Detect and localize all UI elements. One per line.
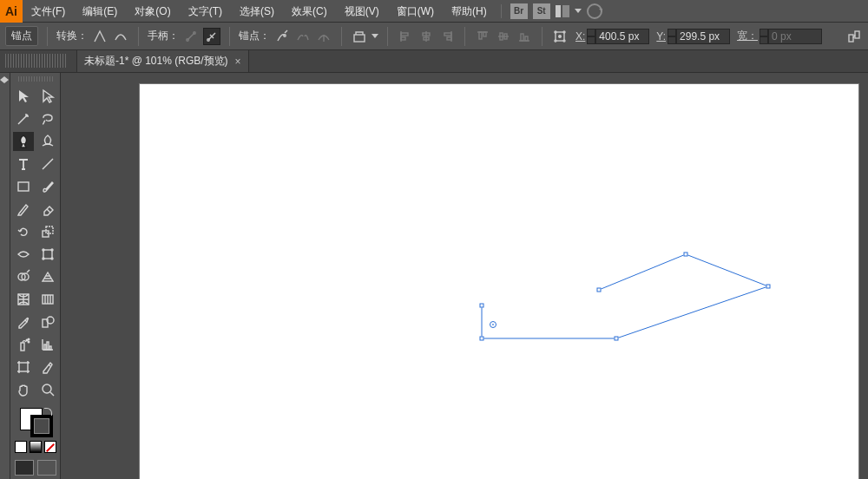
bridge-button[interactable]: Br [510, 3, 528, 19]
remove-anchor-icon[interactable] [273, 28, 291, 45]
y-stepper[interactable] [667, 29, 676, 44]
tool-perspective[interactable] [37, 267, 58, 286]
tool-line[interactable] [37, 154, 58, 174]
convert-corner-icon[interactable] [91, 28, 108, 45]
anchor-point[interactable] [615, 337, 619, 341]
tool-rotate[interactable] [13, 222, 34, 241]
show-handles-icon[interactable] [182, 28, 200, 45]
tool-lasso[interactable] [37, 109, 58, 128]
sync-settings-icon[interactable] [587, 3, 602, 19]
tool-shape-builder[interactable] [13, 267, 34, 286]
menu-view[interactable]: 视图(V) [336, 0, 388, 23]
tool-width[interactable] [13, 245, 34, 264]
x-stepper[interactable] [587, 29, 595, 44]
menu-edit[interactable]: 编辑(E) [74, 0, 126, 23]
menu-select[interactable]: 选择(S) [231, 0, 283, 23]
color-mode-solid[interactable] [15, 441, 27, 453]
tool-artboard[interactable] [13, 358, 34, 377]
convert-smooth-icon[interactable] [112, 28, 129, 45]
tool-panel [10, 73, 61, 479]
y-input[interactable] [676, 29, 730, 44]
align-hcenter-icon[interactable] [418, 28, 435, 45]
tool-selection[interactable] [13, 87, 34, 106]
panel-grip-icon[interactable] [5, 54, 66, 68]
tab-close-button[interactable]: × [235, 56, 241, 68]
x-input[interactable] [595, 29, 649, 44]
isolate-dropdown-icon[interactable] [372, 34, 378, 38]
tool-pencil[interactable] [13, 200, 34, 219]
align-vcenter-icon[interactable] [495, 28, 512, 45]
tool-magic-wand[interactable] [13, 109, 34, 128]
menu-help[interactable]: 帮助(H) [443, 0, 496, 23]
menu-file[interactable]: 文件(F) [23, 0, 74, 23]
menu-window[interactable]: 窗口(W) [388, 0, 443, 23]
screen-mode-normal[interactable] [15, 460, 34, 476]
collapse-rail[interactable] [0, 73, 10, 479]
w-stepper[interactable] [760, 29, 768, 44]
convert-group: 转换： [56, 28, 129, 45]
x-field: X: [574, 29, 649, 44]
svg-rect-11 [479, 32, 482, 39]
tool-zoom[interactable] [37, 380, 58, 399]
svg-rect-5 [401, 33, 408, 36]
cut-path-icon[interactable] [315, 28, 332, 45]
tool-panel-grip-icon[interactable] [18, 76, 53, 82]
tool-free-transform[interactable] [37, 245, 58, 264]
align-top-icon[interactable] [474, 28, 491, 45]
hide-handles-icon[interactable] [203, 28, 220, 45]
svg-point-43 [28, 338, 30, 340]
tool-slice[interactable] [37, 358, 58, 377]
svg-rect-44 [44, 344, 46, 350]
color-mode-none[interactable] [44, 441, 56, 453]
anchor-point[interactable] [480, 337, 484, 341]
isolate-button[interactable] [351, 28, 368, 45]
svg-point-42 [28, 341, 30, 343]
tool-rectangle[interactable] [13, 177, 34, 196]
align-bottom-icon[interactable] [516, 28, 533, 45]
stroke-swatch[interactable] [30, 415, 53, 437]
anchor-point[interactable] [684, 253, 688, 257]
app-logo: Ai [0, 0, 23, 23]
color-mode-gradient[interactable] [30, 441, 42, 453]
handles-group: 手柄： [148, 28, 220, 45]
menu-object[interactable]: 对象(O) [126, 0, 179, 23]
align-right-icon[interactable] [438, 28, 456, 45]
tool-graph[interactable] [37, 335, 58, 354]
menu-type[interactable]: 文字(T) [180, 0, 231, 23]
reference-point-icon[interactable] [551, 28, 569, 45]
canvas-area[interactable] [61, 73, 868, 479]
anchor-point[interactable] [597, 288, 602, 292]
tool-gradient[interactable] [37, 290, 58, 309]
document-tab[interactable]: 未标题-1* @ 101% (RGB/预览) × [76, 49, 249, 72]
tool-type[interactable] [13, 154, 34, 174]
tool-eraser[interactable] [37, 200, 58, 219]
swap-fill-stroke-icon[interactable] [44, 408, 53, 417]
align-left-icon[interactable] [397, 28, 414, 45]
w-field: 宽： [735, 29, 822, 44]
arrange-documents-button[interactable] [556, 5, 582, 17]
w-label: 宽： [737, 29, 758, 43]
connect-anchor-icon[interactable] [294, 28, 312, 45]
tool-eyedropper[interactable] [13, 312, 34, 331]
color-mode-row [15, 441, 56, 453]
tool-curvature[interactable] [37, 132, 58, 151]
tool-scale[interactable] [37, 222, 58, 241]
tool-blend[interactable] [37, 312, 58, 331]
tool-symbol-spray[interactable] [13, 335, 34, 354]
anchor-point[interactable] [766, 285, 771, 289]
selected-path[interactable] [477, 252, 773, 356]
svg-rect-16 [525, 36, 528, 41]
tool-hand[interactable] [13, 380, 34, 399]
screen-mode-full[interactable] [37, 460, 56, 476]
svg-rect-47 [19, 363, 28, 371]
tool-brush[interactable] [37, 177, 58, 196]
anchor-point[interactable] [480, 304, 484, 308]
menu-effect[interactable]: 效果(C) [283, 0, 336, 23]
tool-mesh[interactable] [13, 290, 34, 309]
constrain-proportions-icon[interactable] [845, 28, 863, 45]
fill-stroke-swatch[interactable] [18, 408, 53, 437]
stock-button[interactable]: St [533, 3, 550, 19]
tool-direct-selection[interactable] [37, 87, 58, 106]
align-v-group [474, 28, 533, 45]
tool-pen[interactable] [13, 132, 34, 151]
